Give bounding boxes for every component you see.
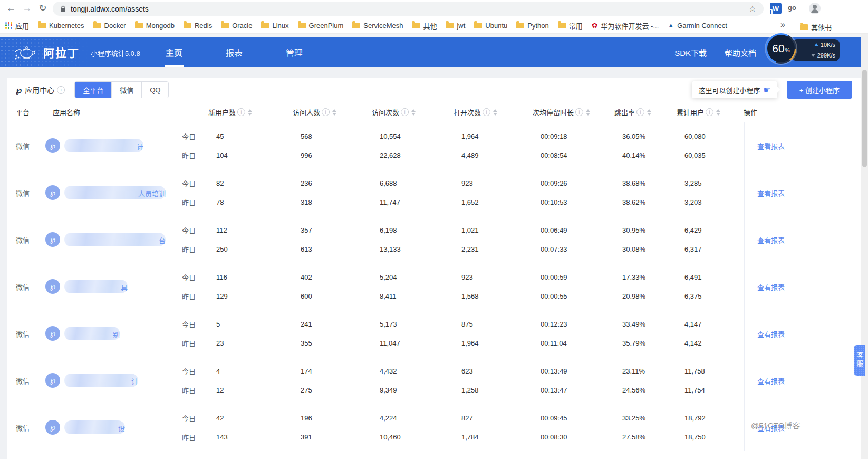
column-header[interactable]: 打开次数i — [454, 107, 533, 117]
info-icon[interactable]: i — [237, 108, 245, 116]
table-row: 微信℘人员培训今日822366,68892300:09:2638.68%3,28… — [7, 169, 861, 216]
app-name-link[interactable]: 设 — [64, 420, 125, 434]
metrics-cell: 今日822366,68892300:09:2638.68%3,285昨日7831… — [166, 169, 744, 216]
view-report-link[interactable]: 查看报表 — [757, 188, 785, 198]
column-header[interactable]: 跳出率i — [614, 107, 677, 117]
column-header[interactable]: 访问次数i — [372, 107, 454, 117]
profile-avatar-icon[interactable] — [809, 3, 821, 14]
column-header[interactable]: 新用户数i — [208, 107, 293, 117]
column-header[interactable]: 累计用户i — [677, 107, 736, 117]
bookmark-item[interactable]: Docker — [93, 22, 126, 30]
sort-icon[interactable] — [647, 109, 651, 116]
bookmark-item[interactable]: ▲Garmin Connect — [668, 22, 727, 30]
sort-icon[interactable] — [411, 109, 416, 116]
bookmark-item[interactable]: Linux — [261, 22, 288, 30]
column-header[interactable]: 访问人数i — [293, 107, 372, 117]
bookmark-item[interactable]: Python — [516, 22, 548, 30]
app-name-link[interactable]: 人员培训 — [64, 186, 166, 199]
metric-value: 18,792 — [684, 414, 744, 422]
content-card: ℘ 应用中心 i 全平台 微信 QQ 这里可以创建小程序 ☛ + 创建小程序 平… — [7, 78, 861, 459]
help-docs-link[interactable]: 帮助文档 — [725, 47, 756, 58]
bookmark-other[interactable]: 其他书 — [800, 22, 832, 32]
create-miniprogram-button[interactable]: + 创建小程序 — [787, 81, 852, 99]
bookmark-item[interactable]: Oracle — [221, 22, 252, 30]
bookmark-item[interactable]: ✿华为软件开发云 -... — [592, 21, 659, 31]
tab-home[interactable]: 主页 — [166, 37, 182, 67]
metric-value: 11,758 — [684, 367, 744, 375]
info-icon[interactable]: i — [57, 86, 65, 94]
folder-icon — [38, 23, 46, 28]
garmin-icon: ▲ — [668, 22, 674, 28]
reload-icon[interactable]: ↻ — [36, 1, 50, 15]
customer-service-tab[interactable]: 客服 — [854, 345, 865, 376]
bookmarks-overflow-icon[interactable]: » — [780, 20, 785, 30]
app-avatar-icon: ℘ — [45, 279, 60, 294]
speed-monitor-widget[interactable]: 10K/s 299K/s 60 % — [766, 33, 868, 66]
metric-value: 4,224 — [380, 414, 461, 422]
document-icon[interactable] — [764, 9, 773, 21]
bookmark-item[interactable]: Redis — [184, 22, 212, 30]
view-report-link[interactable]: 查看报表 — [757, 282, 785, 292]
tab-manage[interactable]: 管理 — [286, 37, 303, 67]
metric-value: 318 — [301, 198, 380, 206]
sort-icon[interactable] — [248, 109, 252, 116]
info-icon[interactable]: i — [636, 108, 644, 116]
forward-icon[interactable]: → — [20, 1, 34, 15]
metric-value: 623 — [461, 367, 541, 375]
bookmark-label: Python — [527, 22, 548, 30]
metric-value: 82 — [216, 179, 301, 187]
sort-icon[interactable] — [586, 109, 590, 116]
bookmark-star-icon[interactable]: ☆ — [749, 4, 756, 14]
tab-reports[interactable]: 报表 — [226, 37, 243, 67]
filter-wechat[interactable]: 微信 — [111, 82, 141, 98]
view-report-link[interactable]: 查看报表 — [757, 235, 785, 245]
scrollbar-thumb[interactable] — [862, 70, 867, 167]
app-name-link[interactable]: 别 — [64, 327, 120, 340]
bookmark-item[interactable]: Ubuntu — [474, 22, 507, 30]
address-bar[interactable]: tongji.aldwx.com/assets ☆ — [53, 2, 764, 16]
scrollbar-track[interactable] — [861, 34, 868, 459]
app-name-link[interactable]: 台 — [64, 233, 166, 246]
create-tooltip: 这里可以创建小程序 ☛ — [692, 81, 777, 98]
back-icon[interactable]: ← — [4, 1, 18, 15]
bookmark-item[interactable]: Kubernetes — [38, 22, 84, 30]
brand-divider — [85, 46, 85, 58]
extension-go-icon[interactable]: go — [788, 4, 796, 12]
metric-value: 4,142 — [684, 339, 744, 347]
metric-value: 00:00:59 — [541, 273, 622, 281]
metric-value: 1,784 — [461, 433, 541, 441]
bookmark-item[interactable]: jwt — [446, 22, 465, 30]
speed-gauge[interactable]: 60 % — [766, 33, 796, 64]
column-header[interactable]: 次均停留时长i — [533, 107, 614, 117]
filter-all-platforms[interactable]: 全平台 — [75, 82, 111, 98]
sort-asc-icon — [493, 109, 497, 112]
info-icon[interactable]: i — [483, 108, 490, 116]
sort-icon[interactable] — [332, 109, 336, 116]
bookmark-item[interactable]: 其他 — [412, 21, 437, 31]
info-icon[interactable]: i — [706, 108, 713, 116]
filter-qq[interactable]: QQ — [141, 82, 168, 98]
sdk-download-link[interactable]: SDK下载 — [674, 47, 707, 58]
metric-value: 174 — [301, 367, 380, 375]
info-icon[interactable]: i — [401, 108, 409, 116]
view-report-link[interactable]: 查看报表 — [757, 329, 785, 339]
bookmark-item[interactable]: GreenPlum — [298, 22, 344, 30]
day-label: 昨日 — [166, 338, 216, 348]
info-icon[interactable]: i — [322, 108, 330, 116]
metric-value: 116 — [216, 273, 301, 281]
bookmark-item[interactable]: ServiceMesh — [352, 22, 403, 30]
sort-icon[interactable] — [716, 109, 720, 116]
bookmark-item[interactable]: 常用 — [558, 21, 583, 31]
info-icon[interactable]: i — [575, 108, 583, 116]
app-name-link[interactable]: 具 — [64, 280, 128, 293]
view-report-link[interactable]: 查看报表 — [757, 376, 785, 386]
metric-value: 38.62% — [622, 198, 684, 206]
apps-shortcut[interactable]: 应用 — [5, 21, 29, 31]
metric-value: 9,349 — [380, 386, 461, 394]
sort-icon[interactable] — [493, 109, 497, 116]
view-report-link[interactable]: 查看报表 — [757, 141, 785, 151]
bookmark-item[interactable]: Mongodb — [135, 22, 175, 30]
app-name-link[interactable]: 计 — [64, 139, 143, 152]
app-name-link[interactable]: 计 — [64, 374, 138, 387]
url-text[interactable]: tongji.aldwx.com/assets — [71, 5, 149, 13]
